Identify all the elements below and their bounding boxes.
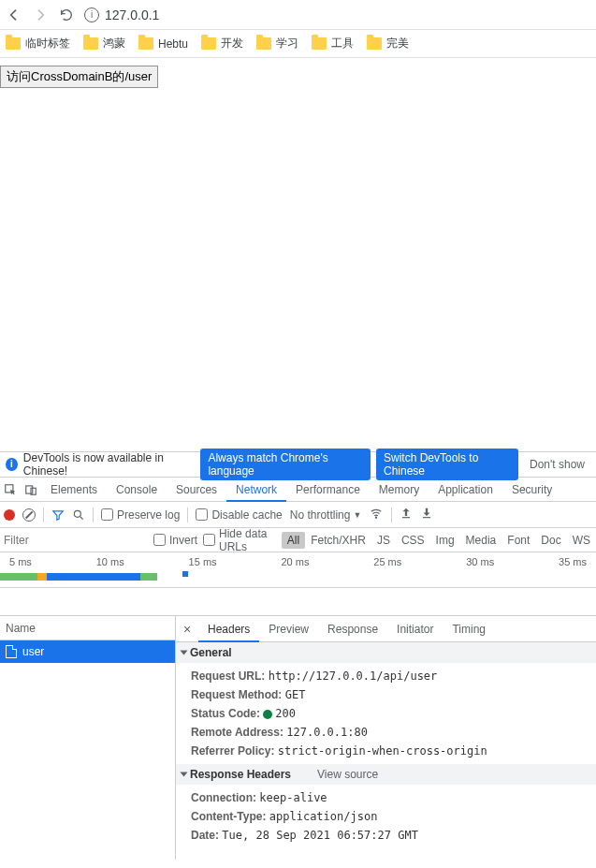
kv-row: Request URL: http://127.0.0.1/api/user xyxy=(191,667,596,685)
device-toggle-icon[interactable] xyxy=(21,483,41,496)
folder-icon xyxy=(138,37,153,50)
bookmark-item[interactable]: 学习 xyxy=(256,36,298,51)
kv-row: Request Method: GET xyxy=(191,685,596,704)
filter-input[interactable] xyxy=(0,531,148,550)
kv-row: Status Code: 200 xyxy=(191,704,596,723)
network-timeline[interactable]: 5 ms10 ms15 ms20 ms25 ms30 ms35 ms xyxy=(0,552,596,588)
folder-icon xyxy=(312,37,327,50)
response-headers-section[interactable]: Response HeadersView source xyxy=(176,764,596,785)
kv-row: Content-Type: application/json xyxy=(191,807,596,826)
invert-checkbox[interactable]: Invert xyxy=(153,534,197,547)
wifi-icon[interactable] xyxy=(369,507,384,522)
tab-security[interactable]: Security xyxy=(502,478,561,502)
timeline-marker xyxy=(182,571,188,577)
request-list-header[interactable]: Name xyxy=(0,616,175,640)
tab-elements[interactable]: Elements xyxy=(41,478,107,502)
tab-console[interactable]: Console xyxy=(107,478,167,502)
type-filter-media[interactable]: Media xyxy=(460,532,502,549)
svg-rect-1 xyxy=(26,485,33,493)
record-icon[interactable] xyxy=(4,509,15,521)
tab-memory[interactable]: Memory xyxy=(370,478,429,502)
filter-icon[interactable] xyxy=(51,508,65,522)
status-dot-icon xyxy=(263,710,272,719)
filter-row: Invert Hide data URLs AllFetch/XHRJSCSSI… xyxy=(0,528,596,552)
view-source-link[interactable]: View source xyxy=(317,764,378,785)
folder-icon xyxy=(256,37,271,50)
match-language-button[interactable]: Always match Chrome's language xyxy=(200,449,371,480)
type-filter-doc[interactable]: Doc xyxy=(535,532,566,549)
dont-show-button[interactable]: Don't show xyxy=(524,455,590,474)
folder-icon xyxy=(6,37,21,50)
response-headers-kv: Connection: keep-aliveContent-Type: appl… xyxy=(176,785,596,848)
cross-domain-button[interactable]: 访问CrossDomainB的/user xyxy=(0,66,158,88)
back-icon[interactable] xyxy=(6,7,22,23)
detail-tab-timing[interactable]: Timing xyxy=(443,616,495,642)
detail-tab-initiator[interactable]: Initiator xyxy=(387,616,443,642)
tab-sources[interactable]: Sources xyxy=(167,478,226,502)
address-bar[interactable]: i 127.0.0.1 xyxy=(84,7,159,22)
bookmarks-bar: 临时标签鸿蒙Hebtu开发学习工具完美 xyxy=(0,30,596,58)
throttling-select[interactable]: No throttling ▼ xyxy=(290,508,362,522)
page-content: 访问CrossDomainB的/user xyxy=(0,58,596,451)
request-row[interactable]: user xyxy=(0,640,175,663)
bookmark-item[interactable]: 临时标签 xyxy=(6,36,70,51)
bookmark-item[interactable]: 完美 xyxy=(367,36,409,51)
inspect-icon[interactable] xyxy=(0,483,21,496)
search-icon[interactable] xyxy=(72,508,85,522)
info-icon[interactable]: i xyxy=(84,7,99,22)
kv-row: Date: Tue, 28 Sep 2021 06:57:27 GMT xyxy=(191,826,596,845)
hide-urls-checkbox[interactable]: Hide data URLs xyxy=(203,527,274,553)
forward-icon[interactable] xyxy=(32,7,49,23)
general-kv: Request URL: http://127.0.0.1/api/userRe… xyxy=(176,663,596,764)
type-filter-font[interactable]: Font xyxy=(502,532,535,549)
devtools-banner: i DevTools is now available in Chinese! … xyxy=(0,451,596,478)
kv-row: Connection: keep-alive xyxy=(191,788,596,807)
detail-tab-headers[interactable]: Headers xyxy=(198,616,259,642)
detail-tab-response[interactable]: Response xyxy=(318,616,387,642)
caret-icon xyxy=(181,772,188,777)
bookmark-item[interactable]: Hebtu xyxy=(138,37,188,51)
info-badge-icon: i xyxy=(6,458,18,471)
type-filter-img[interactable]: Img xyxy=(430,532,460,549)
request-name: user xyxy=(22,645,44,658)
bookmark-item[interactable]: 工具 xyxy=(312,36,354,51)
type-filter-all[interactable]: All xyxy=(282,532,305,549)
kv-row: Remote Address: 127.0.0.1:80 xyxy=(191,723,596,742)
type-filter-tabs: AllFetch/XHRJSCSSImgMediaFontDocWS xyxy=(282,532,596,549)
type-filter-ws[interactable]: WS xyxy=(567,532,596,549)
clear-icon[interactable] xyxy=(22,508,36,522)
devtools-tabs: ElementsConsoleSourcesNetworkPerformance… xyxy=(0,478,596,502)
timeline-ticks: 5 ms10 ms15 ms20 ms25 ms30 ms35 ms xyxy=(0,552,596,567)
banner-message: DevTools is now available in Chinese! xyxy=(23,451,196,478)
timeline-bar xyxy=(0,573,157,581)
detail-tab-preview[interactable]: Preview xyxy=(259,616,318,642)
svg-point-4 xyxy=(376,517,377,518)
download-icon[interactable] xyxy=(420,507,433,522)
folder-icon xyxy=(367,37,382,50)
type-filter-fetch-xhr[interactable]: Fetch/XHR xyxy=(305,532,371,549)
spacer xyxy=(0,588,596,616)
bookmark-item[interactable]: 鸿蒙 xyxy=(83,36,125,51)
switch-chinese-button[interactable]: Switch DevTools to Chinese xyxy=(376,449,518,480)
bookmark-item[interactable]: 开发 xyxy=(201,36,243,51)
general-section-header[interactable]: General xyxy=(176,642,596,663)
type-filter-js[interactable]: JS xyxy=(371,532,396,549)
reload-icon[interactable] xyxy=(58,7,75,23)
type-filter-css[interactable]: CSS xyxy=(396,532,430,549)
network-toolbar: Preserve log Disable cache No throttling… xyxy=(0,502,596,528)
folder-icon xyxy=(201,37,216,50)
folder-icon xyxy=(83,37,98,50)
tab-application[interactable]: Application xyxy=(429,478,502,502)
close-icon[interactable]: × xyxy=(176,622,198,637)
browser-navbar: i 127.0.0.1 xyxy=(0,0,596,30)
preserve-log-checkbox[interactable]: Preserve log xyxy=(101,508,180,522)
kv-row: Referrer Policy: strict-origin-when-cros… xyxy=(191,742,596,760)
detail-tabs: × HeadersPreviewResponseInitiatorTiming xyxy=(176,616,596,642)
upload-icon[interactable] xyxy=(400,507,413,522)
request-panel: Name user × HeadersPreviewResponseInitia… xyxy=(0,616,596,860)
disable-cache-checkbox[interactable]: Disable cache xyxy=(196,508,282,522)
request-list: Name user xyxy=(0,616,176,860)
tab-performance[interactable]: Performance xyxy=(286,478,370,502)
tab-network[interactable]: Network xyxy=(226,478,286,502)
request-details: × HeadersPreviewResponseInitiatorTiming … xyxy=(176,616,596,860)
